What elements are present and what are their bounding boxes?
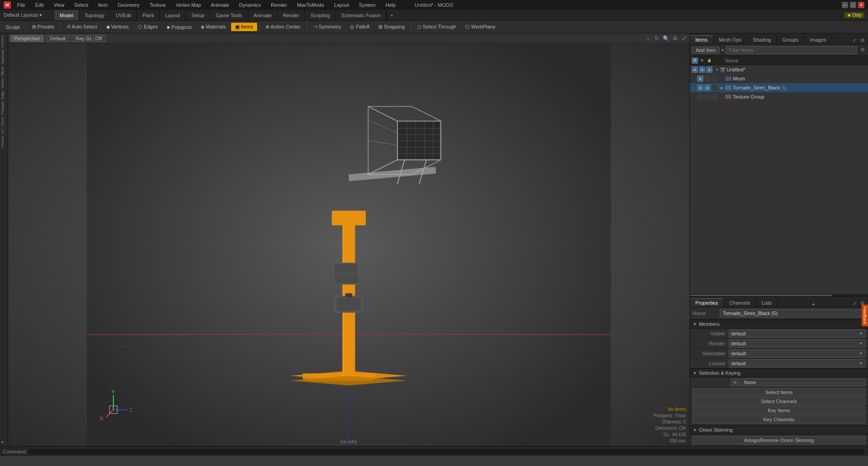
tree-row-untitled[interactable]: ● ● ● ▼ 🎬 Untitled* xyxy=(690,65,868,74)
tab-channels[interactable]: Channels xyxy=(724,298,756,307)
untitled-lock-icon[interactable]: ● xyxy=(706,66,712,73)
maximize-button[interactable]: □ xyxy=(850,2,856,8)
tab-lists[interactable]: Lists xyxy=(756,298,778,307)
select-items-button[interactable]: Select Items xyxy=(693,388,865,396)
menu-texture[interactable]: Texture xyxy=(146,1,170,9)
tab-schematic[interactable]: Schematic Fusion xyxy=(336,10,387,20)
view-style-button[interactable]: Default xyxy=(46,35,70,42)
layout-add-button[interactable]: + xyxy=(387,10,396,20)
members-section-header[interactable]: ▼ Members xyxy=(690,320,868,329)
tab-model[interactable]: Model xyxy=(54,10,79,20)
auto-select-button[interactable]: ↺ Auto Select xyxy=(62,23,101,31)
left-tool-medit[interactable]: MEdit xyxy=(0,66,8,77)
polygons-button[interactable]: ■ Polygons xyxy=(163,23,196,31)
key-items-button[interactable]: Key Items xyxy=(693,406,865,414)
locked-dropdown[interactable]: default ▼ xyxy=(729,359,865,367)
tex-lock-icon[interactable] xyxy=(712,94,718,100)
sel-icon-button[interactable]: ⊞ xyxy=(731,378,740,386)
menu-view[interactable]: View xyxy=(50,1,68,9)
siren-lock-icon[interactable] xyxy=(712,85,718,91)
select-channels-button[interactable]: Select Channels xyxy=(693,397,865,405)
tab-layout[interactable]: Layout xyxy=(160,10,186,20)
menu-item[interactable]: Item xyxy=(94,1,111,9)
close-button[interactable]: ✕ xyxy=(858,2,864,8)
viewport-settings-icon[interactable]: ⚙ xyxy=(671,35,679,42)
filter-items-input[interactable] xyxy=(726,46,857,54)
menu-geometry[interactable]: Geometry xyxy=(114,1,143,9)
tab-groups[interactable]: Groups xyxy=(777,35,804,44)
menu-animate[interactable]: Animate xyxy=(207,1,232,9)
ray-gl-button[interactable]: Ray GL: Off xyxy=(71,35,106,42)
presets-button[interactable]: ⊞ Presets xyxy=(28,23,58,31)
workplane-button[interactable]: ⬡ WorkPlane xyxy=(461,23,500,31)
edges-button[interactable]: ⬡ Edges xyxy=(134,23,162,31)
left-tool-edge[interactable]: Edge xyxy=(0,90,8,100)
tab-properties[interactable]: Properties xyxy=(690,298,724,307)
mesh-render-icon[interactable] xyxy=(704,75,711,82)
tab-mesh-ops[interactable]: Mesh Ops xyxy=(713,35,747,44)
siren-arrow[interactable]: ▶ xyxy=(721,86,725,90)
menu-render[interactable]: Render xyxy=(267,1,291,9)
sculpt-button[interactable]: Sculpt xyxy=(2,23,24,31)
left-tool-fusion[interactable]: Fusion xyxy=(0,135,8,148)
key-channels-button[interactable]: Key Channels xyxy=(693,415,865,424)
left-tool-polygon[interactable]: Polygon xyxy=(0,100,8,115)
filter-settings-icon[interactable]: ⚙ xyxy=(859,47,866,54)
tex-vis-icon[interactable] xyxy=(697,94,703,100)
selectable-dropdown[interactable]: default ▼ xyxy=(729,349,865,358)
tab-topology[interactable]: Topology xyxy=(79,10,110,20)
tab-images[interactable]: Images xyxy=(805,35,832,44)
tab-paint[interactable]: Paint xyxy=(137,10,160,20)
tab-render[interactable]: Render xyxy=(278,10,305,20)
view-perspective-button[interactable]: Perspective xyxy=(10,35,44,42)
symmetry-button[interactable]: ⊣ Symmetry xyxy=(309,23,345,31)
tab-game-tools[interactable]: Game Tools xyxy=(210,10,248,20)
materials-button[interactable]: ◈ Materials xyxy=(197,23,230,31)
menu-vertex-map[interactable]: Vertex Map xyxy=(172,1,205,9)
tab-items[interactable]: Items xyxy=(690,35,713,44)
panel-expand-icon[interactable]: ⤢ xyxy=(851,37,858,44)
add-item-button[interactable]: Add Item xyxy=(692,47,720,54)
left-tool-uv[interactable]: UV xyxy=(0,128,8,135)
viewport-search-icon[interactable]: 🔍 xyxy=(662,35,670,42)
vertices-button[interactable]: ◆ Vertices xyxy=(102,23,133,31)
falloff-button[interactable]: ◎ Falloff xyxy=(346,23,373,31)
tex-render-icon[interactable] xyxy=(704,94,711,100)
left-tool-duplicate[interactable]: Duplicate xyxy=(0,48,8,65)
feedback-tab[interactable]: Feedback xyxy=(862,305,868,326)
untitled-vis-icon[interactable]: ● xyxy=(692,66,698,73)
name-field[interactable] xyxy=(720,309,865,317)
sel-keying-section-header[interactable]: ▼ Selection & Keying xyxy=(690,368,868,377)
left-tool-bottom[interactable]: ● xyxy=(0,439,8,445)
item-tree[interactable]: ● ● ● ▼ 🎬 Untitled* ● xyxy=(690,65,868,294)
render-dropdown[interactable]: default ▼ xyxy=(729,339,865,348)
tab-uvedit[interactable]: UVEdit xyxy=(110,10,137,20)
onion-section-header[interactable]: ▼ Onion Skinning xyxy=(690,425,868,434)
untitled-render-icon[interactable]: ● xyxy=(699,66,705,73)
menu-dynamics[interactable]: Dynamics xyxy=(236,1,264,9)
panel-settings-icon[interactable]: ⚙ xyxy=(859,37,866,44)
menu-file[interactable]: File xyxy=(14,1,29,9)
items-button[interactable]: ▣ Items xyxy=(231,23,257,31)
tree-row-siren[interactable]: ● ● ▶ Tornado_Siren_Black (5) xyxy=(690,83,868,92)
tree-row-texture[interactable]: Texture Group xyxy=(690,92,868,101)
3d-viewport[interactable]: Z Y X No Items Polygons : Face Channels:… xyxy=(8,43,689,446)
viewport-expand-icon[interactable]: ⤢ xyxy=(680,35,688,42)
tree-row-mesh[interactable]: ● Mesh xyxy=(690,74,868,83)
menu-help[interactable]: Help xyxy=(382,1,400,9)
tab-scripting[interactable]: Scripting xyxy=(305,10,336,20)
mesh-lock-icon[interactable] xyxy=(712,75,718,82)
menu-system[interactable]: System xyxy=(355,1,379,9)
tab-animate[interactable]: Animate xyxy=(248,10,278,20)
siren-vis-icon[interactable]: ● xyxy=(697,85,703,91)
tab-setup[interactable]: Setup xyxy=(186,10,210,20)
command-input[interactable] xyxy=(28,448,865,455)
tab-shading[interactable]: Shading xyxy=(747,35,777,44)
siren-render-icon[interactable]: ● xyxy=(704,85,711,91)
menu-select[interactable]: Select xyxy=(71,1,92,9)
menu-maxtomode[interactable]: MaxToModo xyxy=(293,1,328,9)
props-expand-icon[interactable]: ⤢ xyxy=(851,300,858,307)
assign-remove-onion-button[interactable]: Assign/Remove Onion Skinning xyxy=(693,436,865,444)
left-tool-curve[interactable]: Curve xyxy=(0,116,8,127)
viewport-refresh-icon[interactable]: ↻ xyxy=(653,35,660,42)
